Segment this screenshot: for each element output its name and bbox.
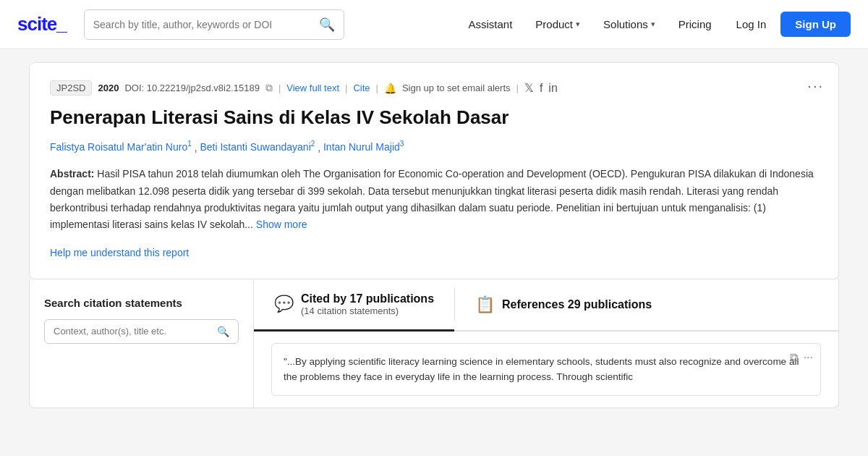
sidebar-search-input[interactable]: [54, 326, 217, 337]
bell-icon: 🔔: [384, 83, 396, 94]
logo[interactable]: scite_: [17, 13, 67, 35]
search-icon[interactable]: 🔍: [319, 17, 335, 33]
tab-references[interactable]: 📋 References 29 publications: [455, 279, 672, 330]
copy-icon[interactable]: ⧉: [265, 82, 273, 94]
article-year: 2020: [98, 83, 119, 93]
quote-text: "...By applying scientific literacy lear…: [284, 356, 799, 383]
search-input[interactable]: [93, 19, 319, 30]
linkedin-icon[interactable]: in: [548, 82, 557, 95]
cited-by-icon: 💬: [274, 295, 294, 313]
facebook-icon[interactable]: f: [540, 82, 542, 95]
citations-main: 💬 Cited by 17 publications (14 citation …: [254, 279, 838, 408]
nav-item-pricing-label: Pricing: [678, 18, 712, 30]
nav-item-assistant-label: Assistant: [468, 18, 512, 30]
signup-button[interactable]: Sign Up: [780, 12, 851, 37]
more-options-button[interactable]: ···: [807, 77, 824, 94]
author-1-link[interactable]: Falistya Roisatul Mar'atin Nuro1: [50, 141, 195, 153]
social-icons: 𝕏 f in: [524, 81, 558, 95]
quote-actions: ⧉ ···: [790, 351, 813, 364]
main-content: JP2SD 2020 DOI: 10.22219/jp2sd.v8i2.1518…: [14, 62, 854, 408]
author-2-sup: 2: [311, 140, 315, 148]
author-3-link[interactable]: Intan Nurul Majid3: [323, 141, 404, 153]
email-alerts-text: Sign up to set email alerts: [402, 83, 511, 93]
nav-item-assistant[interactable]: Assistant: [458, 12, 522, 36]
sidebar-title: Search citation statements: [44, 297, 239, 309]
abstract-text: Hasil PISA tahun 2018 telah diumumkan ol…: [50, 168, 814, 229]
doi-label: DOI: 10.22219/jp2sd.v8i2.15189: [124, 83, 260, 93]
login-button[interactable]: Log In: [725, 12, 778, 36]
article-card: JP2SD 2020 DOI: 10.22219/jp2sd.v8i2.1518…: [29, 62, 839, 279]
search-bar: 🔍: [84, 9, 344, 40]
navbar: scite_ 🔍 Assistant Product ▾ Solutions ▾…: [0, 0, 868, 49]
quote-card: "...By applying scientific literacy lear…: [271, 343, 821, 396]
references-main: References 29 publications: [502, 298, 652, 311]
bottom-section: Search citation statements 🔍 💬 Cited by …: [29, 279, 839, 408]
doi-value: 10.22219/jp2sd.v8i2.15189: [147, 83, 260, 93]
show-more-link[interactable]: Show more: [256, 219, 307, 230]
abstract: Abstract: Hasil PISA tahun 2018 telah di…: [50, 166, 818, 232]
quote-more-button[interactable]: ···: [804, 351, 813, 364]
nav-item-solutions[interactable]: Solutions ▾: [593, 12, 665, 36]
nav-item-product[interactable]: Product ▾: [525, 12, 590, 36]
references-icon: 📋: [475, 295, 495, 314]
cited-by-sub: (14 citation statements): [301, 305, 434, 316]
tabs-row: 💬 Cited by 17 publications (14 citation …: [254, 279, 838, 332]
sidebar-search-icon: 🔍: [217, 326, 229, 337]
chevron-down-icon: ▾: [576, 20, 580, 29]
quote-copy-button[interactable]: ⧉: [790, 351, 798, 364]
authors: Falistya Roisatul Mar'atin Nuro1 , Beti …: [50, 140, 818, 153]
chevron-down-icon: ▾: [651, 20, 655, 29]
sidebar-search: 🔍: [44, 319, 239, 344]
abstract-label: Abstract:: [50, 168, 94, 180]
author-2-link[interactable]: Beti Istanti Suwandayani2: [200, 141, 318, 153]
nav-item-pricing[interactable]: Pricing: [668, 12, 722, 36]
twitter-icon[interactable]: 𝕏: [524, 81, 534, 95]
cited-by-main: Cited by 17 publications: [301, 292, 434, 305]
view-full-text-link[interactable]: View full text: [286, 83, 339, 93]
journal-badge: JP2SD: [50, 80, 92, 96]
author-3-sup: 3: [400, 140, 404, 148]
author-2-name: Beti Istanti Suwandayani: [200, 141, 310, 153]
help-understand-link[interactable]: Help me understand this report: [50, 247, 189, 258]
nav-item-solutions-label: Solutions: [603, 18, 648, 30]
nav-links: Assistant Product ▾ Solutions ▾ Pricing …: [458, 12, 851, 37]
author-3-name: Intan Nurul Majid: [323, 141, 400, 153]
author-1-name: Falistya Roisatul Mar'atin Nuro: [50, 141, 187, 153]
nav-item-product-label: Product: [535, 18, 573, 30]
quote-area: "...By applying scientific literacy lear…: [254, 332, 838, 408]
article-title: Penerapan Literasi Sains di Kelas IV Sek…: [50, 106, 818, 130]
tab-cited-by[interactable]: 💬 Cited by 17 publications (14 citation …: [254, 279, 454, 332]
author-1-sup: 1: [187, 140, 192, 148]
article-meta: JP2SD 2020 DOI: 10.22219/jp2sd.v8i2.1518…: [50, 80, 818, 96]
citations-sidebar: Search citation statements 🔍: [30, 279, 254, 408]
cite-link[interactable]: Cite: [353, 83, 370, 93]
